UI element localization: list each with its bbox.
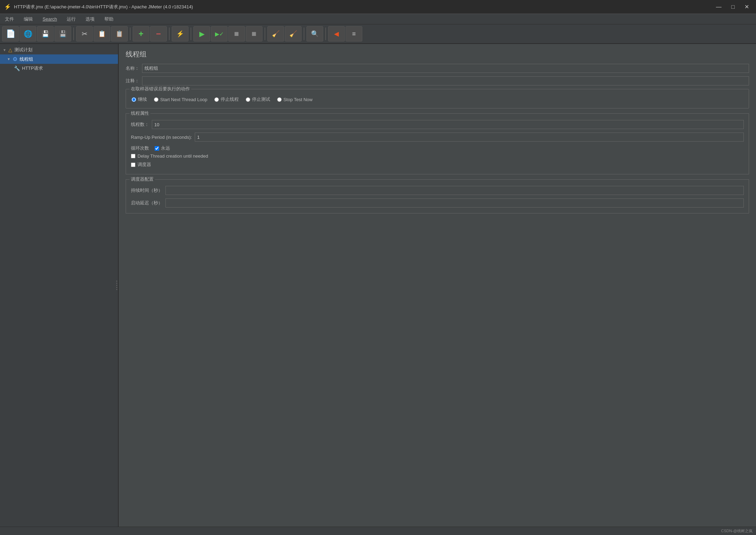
- run-check-button[interactable]: ▶✓: [211, 26, 228, 42]
- open-button[interactable]: 🌐: [20, 26, 36, 42]
- thread-props-group: 线程属性 线程数： Ramp-Up Period (in seconds): 循…: [126, 113, 749, 174]
- tree-icon-http-request: 🔧: [14, 66, 20, 71]
- close-button[interactable]: ✕: [742, 3, 752, 11]
- copy-button[interactable]: 📋: [94, 26, 110, 42]
- remove-icon: −: [156, 30, 161, 38]
- radio-stop-test-input[interactable]: [246, 97, 250, 102]
- sidebar-item-thread-group[interactable]: ▼ ⚙ 线程组: [0, 54, 118, 64]
- menu-run[interactable]: 运行: [65, 15, 78, 23]
- delay-thread-checkbox[interactable]: [131, 154, 135, 158]
- title-bar: ⚡ HTTP请求.jmx (E:\apache-jmeter-4.0\bin\H…: [0, 0, 756, 14]
- clear-button[interactable]: ⚡: [172, 26, 188, 42]
- scheduler-checkbox[interactable]: [131, 163, 135, 167]
- cut-button[interactable]: ✂: [76, 26, 93, 42]
- paste-button[interactable]: 📋: [111, 26, 128, 42]
- radio-stop-now[interactable]: Stop Test Now: [277, 97, 313, 102]
- save-button[interactable]: 💾: [54, 26, 71, 42]
- cut-icon: ✂: [82, 30, 88, 38]
- clear-all-icon: 🧹: [272, 30, 280, 38]
- run-button[interactable]: ▶: [193, 26, 210, 42]
- remove-button[interactable]: −: [150, 26, 167, 42]
- copy-icon: 📋: [98, 30, 106, 38]
- stop-button[interactable]: ⏹: [228, 26, 245, 42]
- radio-stop-test[interactable]: 停止测试: [246, 96, 270, 103]
- main-layout: ▼ △ 测试计划 ▼ ⚙ 线程组 🔧 HTTP请求 线: [0, 44, 756, 527]
- tree-icon-test-plan: △: [8, 47, 12, 53]
- thread-count-label: 线程数：: [131, 121, 149, 128]
- menu-edit[interactable]: 编辑: [22, 15, 35, 23]
- sidebar-item-test-plan[interactable]: ▼ △ 测试计划: [0, 45, 118, 54]
- open-icon: 🌐: [24, 30, 32, 38]
- radio-continue-input[interactable]: [132, 97, 136, 102]
- clear-icon: ⚡: [176, 30, 184, 38]
- delay-thread-label: Delay Thread creation until needed: [138, 153, 208, 159]
- search-icon: 🔍: [311, 30, 319, 38]
- loop-count-row: 循环次数 永远: [131, 145, 744, 151]
- sidebar: ▼ △ 测试计划 ▼ ⚙ 线程组 🔧 HTTP请求: [0, 44, 119, 527]
- menu-options[interactable]: 选项: [83, 15, 97, 23]
- thread-count-input[interactable]: [152, 120, 744, 129]
- start-delay-input[interactable]: [165, 198, 744, 208]
- name-label: 名称：: [126, 65, 139, 71]
- title-bar-left: ⚡ HTTP请求.jmx (E:\apache-jmeter-4.0\bin\H…: [4, 3, 193, 10]
- ramp-up-input[interactable]: [195, 133, 744, 142]
- list-button[interactable]: ≡: [346, 26, 362, 42]
- content-area: 线程组 名称： 注释： 在取样器错误后要执行的动作 继续 Start Next …: [119, 44, 756, 527]
- toolbar-separator-4: [191, 28, 191, 40]
- save-as-icon: 💾: [42, 30, 49, 38]
- new-button[interactable]: 📄: [2, 26, 19, 42]
- comment-input[interactable]: [142, 76, 749, 85]
- toolbar: 📄 🌐 💾 💾 ✂ 📋 📋 + − ⚡ ▶ ▶✓ ⏹ ⏹ 🧹: [0, 24, 756, 44]
- maximize-button[interactable]: □: [728, 3, 738, 11]
- status-text: CSDN-@桃树之疯: [721, 528, 753, 534]
- radio-stop-now-label: Stop Test Now: [283, 97, 313, 102]
- radio-continue[interactable]: 继续: [132, 96, 147, 103]
- sidebar-resize-handle[interactable]: [116, 44, 118, 527]
- forever-checkbox-label[interactable]: 永远: [155, 145, 170, 151]
- error-action-group: 在取样器错误后要执行的动作 继续 Start Next Thread Loop …: [126, 89, 749, 108]
- toolbar-separator-5: [265, 28, 265, 40]
- radio-start-next[interactable]: Start Next Thread Loop: [154, 97, 207, 102]
- menu-search[interactable]: Search: [40, 16, 59, 22]
- app-icon: ⚡: [4, 3, 11, 10]
- delay-thread-row: Delay Thread creation until needed: [131, 153, 744, 159]
- sidebar-item-http-request[interactable]: 🔧 HTTP请求: [0, 64, 118, 73]
- tree-icon-thread-group: ⚙: [13, 56, 17, 62]
- save-icon: 💾: [59, 30, 67, 38]
- save-as-button[interactable]: 💾: [37, 26, 54, 42]
- toolbar-separator-2: [130, 28, 131, 40]
- tree-arrow-thread-group: ▼: [7, 57, 10, 61]
- resize-dots: [116, 279, 118, 292]
- add-icon: +: [139, 30, 143, 38]
- collapse-icon: ◀: [334, 30, 339, 38]
- radio-start-next-input[interactable]: [154, 97, 158, 102]
- comment-row: 注释：: [126, 76, 749, 85]
- radio-stop-now-input[interactable]: [277, 97, 282, 102]
- radio-stop-thread[interactable]: 停止线程: [214, 96, 239, 103]
- clear-results-button[interactable]: 🧹: [285, 26, 302, 42]
- ramp-up-label: Ramp-Up Period (in seconds):: [131, 135, 192, 140]
- stop-force-button[interactable]: ⏹: [246, 26, 262, 42]
- menu-file[interactable]: 文件: [3, 15, 16, 23]
- collapse-button[interactable]: ◀: [328, 26, 345, 42]
- menu-help[interactable]: 帮助: [102, 15, 116, 23]
- forever-checkbox[interactable]: [155, 146, 159, 151]
- menu-bar: 文件 编辑 Search 运行 选项 帮助: [0, 14, 756, 24]
- clear-all-button[interactable]: 🧹: [267, 26, 284, 42]
- radio-stop-thread-input[interactable]: [214, 97, 219, 102]
- run-icon: ▶: [199, 30, 205, 38]
- search-button[interactable]: 🔍: [306, 26, 323, 42]
- radio-group: 继续 Start Next Thread Loop 停止线程 停止测试 Stop…: [132, 93, 743, 103]
- radio-start-next-label: Start Next Thread Loop: [160, 97, 207, 102]
- start-delay-row: 启动延迟（秒）: [131, 198, 744, 208]
- add-button[interactable]: +: [133, 26, 149, 42]
- ramp-up-row: Ramp-Up Period (in seconds):: [131, 133, 744, 142]
- name-input[interactable]: [142, 64, 749, 73]
- minimize-button[interactable]: —: [713, 3, 724, 11]
- paste-icon: 📋: [116, 30, 123, 38]
- thread-props-title: 线程属性: [129, 110, 150, 116]
- duration-row: 持续时间（秒）: [131, 186, 744, 195]
- toolbar-separator-3: [169, 28, 170, 40]
- name-row: 名称：: [126, 64, 749, 73]
- duration-input[interactable]: [165, 186, 744, 195]
